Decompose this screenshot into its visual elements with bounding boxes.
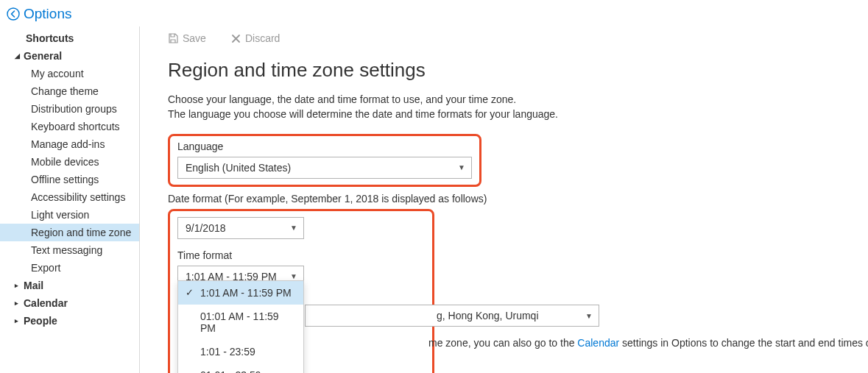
discard-icon [231, 34, 241, 43]
save-icon [168, 33, 178, 43]
sidebar-item-manage-addins[interactable]: Manage add-ins [0, 135, 139, 153]
caret-right-icon: ▸ [15, 317, 22, 324]
sidebar-people-label: People [24, 315, 57, 327]
time-format-dropdown: 1:01 AM - 11:59 PM 01:01 AM - 11:59 PM 1… [177, 280, 304, 373]
dropdown-option[interactable]: 1:01 AM - 11:59 PM [178, 281, 303, 305]
chevron-down-icon: ▼ [290, 224, 297, 232]
date-format-value: 9/1/2018 [186, 222, 226, 234]
timezone-hint: me zone, you can also go to the Calendar… [305, 337, 868, 349]
highlight-language: Language English (United States) ▼ [168, 134, 481, 187]
sidebar-mail-label: Mail [24, 280, 43, 291]
sidebar-item-offline-settings[interactable]: Offline settings [0, 171, 139, 188]
language-select[interactable]: English (United States) ▼ [177, 157, 472, 179]
sidebar-calendar[interactable]: ▸ Calendar [0, 294, 139, 312]
language-label: Language [177, 141, 472, 152]
dropdown-option[interactable]: 01:01 - 23:59 [178, 363, 303, 373]
sidebar-general[interactable]: ◢ General [0, 47, 139, 65]
desc-line-2: The language you choose will determine t… [168, 107, 853, 121]
main-panel: Save Discard Region and time zone settin… [140, 26, 868, 373]
hint-prefix: me zone, you can also go to the [305, 337, 577, 349]
page-description: Choose your language, the date and time … [168, 92, 853, 122]
calendar-link[interactable]: Calendar [577, 337, 619, 349]
sidebar-item-light-version[interactable]: Light version [0, 206, 139, 224]
caret-down-icon: ◢ [15, 52, 22, 60]
timezone-value: g, Hong Kong, Urumqi [313, 310, 539, 322]
sidebar-calendar-label: Calendar [24, 297, 68, 309]
sidebar-item-my-account[interactable]: My account [0, 65, 139, 82]
options-title: Options [24, 6, 71, 22]
save-label: Save [183, 32, 206, 44]
dropdown-option[interactable]: 01:01 AM - 11:59 PM [178, 305, 303, 340]
discard-label: Discard [245, 32, 280, 44]
sidebar-item-mobile-devices[interactable]: Mobile devices [0, 153, 139, 171]
timezone-select[interactable]: g, Hong Kong, Urumqi ▼ [305, 305, 599, 327]
sidebar-item-region-timezone[interactable]: Region and time zone [0, 224, 139, 241]
desc-line-1: Choose your language, the date and time … [168, 92, 853, 107]
sidebar-item-accessibility[interactable]: Accessibility settings [0, 188, 139, 206]
sidebar-item-keyboard-shortcuts[interactable]: Keyboard shortcuts [0, 118, 139, 135]
chevron-down-icon: ▼ [290, 272, 297, 280]
page-title: Region and time zone settings [168, 59, 853, 82]
dropdown-option[interactable]: 1:01 - 23:59 [178, 340, 303, 363]
toolbar: Save Discard [168, 32, 853, 44]
sidebar-item-export[interactable]: Export [0, 259, 139, 277]
hint-suffix: settings in Options to change the start … [622, 337, 868, 349]
save-button[interactable]: Save [168, 32, 206, 44]
caret-right-icon: ▸ [15, 282, 22, 289]
sidebar-people[interactable]: ▸ People [0, 312, 139, 330]
time-format-label: Time format [177, 249, 425, 261]
back-arrow-icon[interactable] [6, 7, 21, 21]
sidebar-item-text-messaging[interactable]: Text messaging [0, 241, 139, 259]
date-format-label: Date format (For example, September 1, 2… [168, 193, 853, 205]
chevron-down-icon: ▼ [585, 312, 593, 320]
discard-button[interactable]: Discard [231, 32, 280, 44]
sidebar-item-change-theme[interactable]: Change theme [0, 82, 139, 100]
svg-point-0 [7, 8, 19, 20]
date-format-select[interactable]: 9/1/2018 ▼ [177, 217, 304, 239]
language-value: English (United States) [186, 162, 291, 174]
sidebar: Shortcuts ◢ General My account Change th… [0, 26, 140, 373]
caret-right-icon: ▸ [15, 299, 22, 307]
sidebar-shortcuts[interactable]: Shortcuts [0, 29, 139, 47]
chevron-down-icon: ▼ [458, 163, 465, 171]
sidebar-general-label: General [24, 50, 62, 62]
sidebar-item-distribution-groups[interactable]: Distribution groups [0, 100, 139, 118]
sidebar-mail[interactable]: ▸ Mail [0, 277, 139, 294]
